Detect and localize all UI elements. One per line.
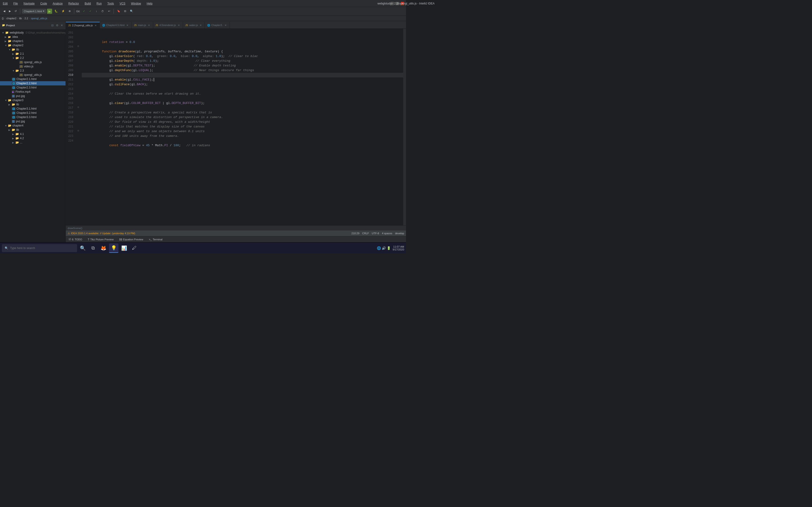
recent-button[interactable]: ↺ <box>13 9 18 13</box>
sidebar-item-chapter1[interactable]: ▶ 📂 chapter1 <box>0 39 65 43</box>
network-icon[interactable]: 🌐 <box>377 246 381 250</box>
bookmark-button[interactable]: 🔖 <box>116 9 122 13</box>
code-editor[interactable]: 201 202 203 204 205 206 207 208 209 210 … <box>66 29 406 225</box>
menu-code[interactable]: Code <box>39 1 48 6</box>
taskbar-search-input[interactable] <box>10 246 74 250</box>
sidebar-item-firefox-mp4[interactable]: ▶ ▶ Firefox.mp4 <box>0 90 65 94</box>
git-push[interactable]: ↑ <box>94 9 98 13</box>
layout-button[interactable]: ⊟ <box>123 9 128 13</box>
breadcrumb-22[interactable]: 2.2 <box>24 17 28 20</box>
fold-222[interactable]: ⊟ <box>78 129 82 134</box>
tab-close-ch4[interactable]: ✕ <box>126 23 129 27</box>
volume-icon[interactable]: 🔊 <box>382 246 386 250</box>
sidebar-item-22[interactable]: ▼ 📂 2.2 <box>0 56 65 60</box>
branch-name[interactable]: develop <box>395 232 404 235</box>
sidebar-item-more[interactable]: ▶ 📂 ... <box>0 140 65 145</box>
cursor-position[interactable]: 210:29 <box>352 232 359 235</box>
sidebar-item-chapter4[interactable]: ▼ 📂 chapter4 <box>0 123 65 128</box>
more-run-button[interactable]: ⊕ <box>67 9 72 13</box>
fold-217[interactable]: ⊟ <box>78 106 82 110</box>
tab-renderer-js[interactable]: JS 4.5\renderer.js ✕ <box>153 22 183 29</box>
menu-run[interactable]: Run <box>96 1 103 6</box>
sidebar-item-video-js[interactable]: ▶ JS video.js <box>0 64 65 68</box>
line-ending[interactable]: CRLF <box>362 232 369 235</box>
taskbar-taskview[interactable]: ⧉ <box>88 243 98 253</box>
sidebar-item-pvz-jpg[interactable]: ▶ 🖼 pvz.jpg <box>0 94 65 98</box>
search-button[interactable]: 🔍 <box>129 9 135 13</box>
fold-204[interactable]: ⊟ <box>78 45 82 49</box>
tab-chapter4-html[interactable]: 🌐 Chapter4.5.html ✕ <box>100 22 132 29</box>
tab-close-water[interactable]: ✕ <box>199 23 202 27</box>
sidebar-item-opengl-utils[interactable]: ▶ JS opengl_utils.js <box>0 60 65 64</box>
sidebar-item-chapter2[interactable]: ▼ 📂 chapter2 <box>0 43 65 47</box>
sidebar-item-ch31-html[interactable]: ▶ 🌐 Chapter3.1.html <box>0 107 65 111</box>
charset[interactable]: UTF-8 <box>372 232 379 235</box>
terminal-button[interactable]: >_ Terminal <box>148 237 163 241</box>
sidebar-item-ch32-html[interactable]: ▶ 🌐 Chapter3.2.html <box>0 111 65 115</box>
menu-build[interactable]: Build <box>84 1 92 6</box>
battery-icon[interactable]: 🔋 <box>387 246 391 250</box>
menu-refactor[interactable]: Refactor <box>67 1 80 6</box>
taskbar-vscode[interactable]: 🖊 <box>130 243 139 253</box>
tikz-button[interactable]: T Tikz Picture Preview <box>87 237 115 241</box>
run-config-dropdown[interactable]: Chapter4.1.html ▾ <box>22 9 46 13</box>
code-content[interactable]: let rotation = 0.0 function drawScene(gl… <box>82 29 403 225</box>
sidebar-item-lib-ch2[interactable]: ▼ 📂 lib <box>0 47 65 52</box>
collapse-all-icon[interactable]: ⊟ <box>51 23 54 27</box>
sidebar-item-42[interactable]: ▶ 📂 4.2 <box>0 136 65 140</box>
sidebar-item-ch33-html[interactable]: ▶ 🌐 Chapter3.3.html <box>0 115 65 119</box>
tab-close-main[interactable]: ✕ <box>147 23 151 27</box>
taskbar-intellij[interactable]: 💡 <box>109 243 118 253</box>
sidebar-item-41[interactable]: ▶ 📂 4.1 <box>0 132 65 136</box>
sidebar-item-ch23-html[interactable]: ▶ 🌐 Chapter2.3.html <box>0 86 65 90</box>
run-button[interactable]: ▶ <box>47 9 52 14</box>
forward-button[interactable]: ▶ <box>7 9 12 13</box>
taskbar-search-app[interactable]: 🔍 <box>78 243 87 253</box>
menu-file[interactable]: File <box>12 1 19 6</box>
menu-tools[interactable]: Tools <box>106 1 115 6</box>
breadcrumb-file[interactable]: opengl_utils.js <box>31 17 47 20</box>
tab-close-ch3[interactable]: ✕ <box>224 23 227 27</box>
taskbar-search-box[interactable]: 🔍 <box>2 244 77 252</box>
debug-button[interactable]: 🐛 <box>53 9 59 13</box>
back-button[interactable]: ◀ <box>2 9 7 13</box>
sidebar-item-lib-ch3[interactable]: ▶ 📂 lib <box>0 102 65 107</box>
tree-root[interactable]: ▼ 📁 webglstudy D:\EA\git_result\sandbox\… <box>0 31 65 35</box>
menu-navigate[interactable]: Navigate <box>22 1 36 6</box>
close-sidebar-icon[interactable]: ✕ <box>60 23 64 27</box>
git-tick2[interactable]: ✓ <box>88 9 93 13</box>
todo-button[interactable]: ☑ 6: TODO <box>68 237 83 241</box>
menu-help[interactable]: Help <box>146 1 153 6</box>
sidebar-item-23[interactable]: ▼ 📂 2.3 <box>0 68 65 73</box>
tab-opengl-utils[interactable]: JS 2.2\opengl_utils.js ✕ <box>66 22 100 29</box>
menu-analyze[interactable]: Analyze <box>52 1 64 6</box>
git-history[interactable]: ⏱ <box>100 9 105 13</box>
tab-close-renderer[interactable]: ✕ <box>177 23 181 27</box>
menu-vcs[interactable]: VCS <box>119 1 126 6</box>
sidebar-item-ch22-html[interactable]: ▶ 🌐 Chapter2.2.html <box>0 81 65 86</box>
breadcrumb-lib[interactable]: lib <box>19 17 22 20</box>
tab-close-opengl[interactable]: ✕ <box>94 24 97 27</box>
breadcrumb-root[interactable]: {} <box>2 17 4 20</box>
tab-water-js[interactable]: JS water.js ✕ <box>183 22 205 29</box>
sidebar-item-idea[interactable]: ▶ 📂 .idea <box>0 35 65 39</box>
breadcrumb-chapter2[interactable]: chapter2 <box>6 17 16 20</box>
coverage-button[interactable]: ⚡ <box>60 9 66 13</box>
settings-icon[interactable]: ⚙ <box>55 23 59 27</box>
git-rollback[interactable]: ↩ <box>107 9 112 13</box>
menu-window[interactable]: Window <box>130 1 142 6</box>
sidebar-item-opengl-utils-23[interactable]: ▶ JS opengl_utils.js <box>0 73 65 77</box>
sidebar-item-21[interactable]: ▶ 📂 2.1 <box>0 52 65 56</box>
tab-main-js[interactable]: JS main.js ✕ <box>132 22 153 29</box>
sidebar-item-lib-ch4[interactable]: ▶ 📂 lib <box>0 128 65 132</box>
taskbar-firefox[interactable]: 🦊 <box>99 243 108 253</box>
taskbar-powerpoint[interactable]: 📊 <box>119 243 129 253</box>
sidebar-item-ch21-html[interactable]: ▶ 🌐 Chapter2.1.html <box>0 77 65 81</box>
tab-chapter3[interactable]: 🌐 Chapter3. ✕ <box>205 22 230 29</box>
git-checkmark[interactable]: ✓ <box>82 9 87 13</box>
time-block[interactable]: 11:07 AM 9/17/2020 <box>393 245 404 251</box>
indent-info[interactable]: 4 spaces <box>382 232 392 235</box>
menu-edit[interactable]: Edit <box>2 1 9 6</box>
scrollbar[interactable] <box>403 29 406 225</box>
sidebar-item-pvz-jpg2[interactable]: ▶ 🖼 pvz.jpg <box>0 119 65 123</box>
